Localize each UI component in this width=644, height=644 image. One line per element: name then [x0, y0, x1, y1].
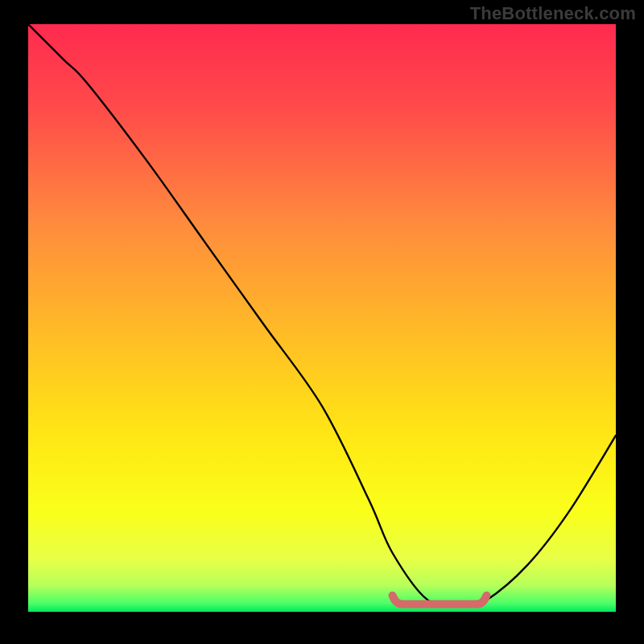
bottleneck-curve: [28, 24, 616, 612]
watermark-text: TheBottleneck.com: [470, 3, 636, 24]
chart-frame: TheBottleneck.com: [0, 0, 644, 644]
plot-area: [28, 24, 616, 612]
